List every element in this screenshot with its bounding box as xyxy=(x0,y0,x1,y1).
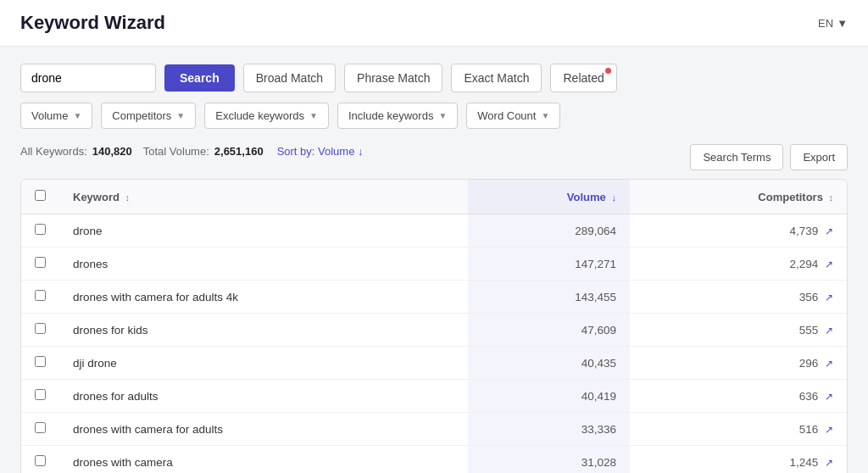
competitors-arrow-icon[interactable]: ↗ xyxy=(825,457,833,469)
table-row: drones with camera 31,028 1,245 ↗ xyxy=(21,446,847,474)
row-checkbox-cell xyxy=(21,413,59,446)
word-count-label: Word Count xyxy=(477,109,536,122)
row-competitors: 2,294 ↗ xyxy=(630,248,847,281)
row-competitors: 4,739 ↗ xyxy=(630,214,847,248)
header-checkbox-cell xyxy=(21,180,59,214)
exclude-keywords-filter[interactable]: Exclude keywords ▼ xyxy=(204,103,329,129)
row-checkbox-5[interactable] xyxy=(35,389,46,400)
related-dot-indicator xyxy=(605,68,611,74)
competitors-value: 555 xyxy=(799,324,819,337)
total-volume: 2,651,160 xyxy=(214,145,264,158)
app-header: Keyword Wizard EN ▼ xyxy=(0,0,868,47)
row-checkbox-cell xyxy=(21,314,59,347)
keyword-table: Keyword ↕ Volume ↓ Competitors ↕ xyxy=(21,180,847,473)
language-selector[interactable]: EN ▼ xyxy=(818,17,848,30)
row-checkbox-cell xyxy=(21,214,59,248)
lang-label: EN xyxy=(818,17,833,30)
search-input[interactable] xyxy=(20,64,156,92)
row-volume: 40,435 xyxy=(468,347,630,380)
row-keyword: drones for adults xyxy=(59,380,468,413)
row-checkbox-cell xyxy=(21,281,59,314)
volume-filter-label: Volume xyxy=(31,109,68,122)
volume-filter[interactable]: Volume ▼ xyxy=(20,103,92,129)
competitors-arrow-icon[interactable]: ↗ xyxy=(825,391,833,403)
word-count-chevron-icon: ▼ xyxy=(541,111,549,120)
all-keywords-label: All Keywords: xyxy=(20,145,87,158)
row-volume: 47,609 xyxy=(468,314,630,347)
word-count-filter[interactable]: Word Count ▼ xyxy=(466,103,560,129)
row-keyword: drones xyxy=(59,248,468,281)
row-checkbox-cell xyxy=(21,446,59,474)
row-checkbox-2[interactable] xyxy=(35,290,46,301)
header-volume[interactable]: Volume ↓ xyxy=(468,180,630,214)
include-keywords-label: Include keywords xyxy=(348,109,433,122)
competitors-arrow-icon[interactable]: ↗ xyxy=(825,358,833,370)
total-volume-prefix: Total Volume: xyxy=(137,145,209,158)
table-body: drone 289,064 4,739 ↗ drones 147,271 2,2… xyxy=(21,214,847,474)
row-checkbox-7[interactable] xyxy=(35,455,46,466)
row-keyword: drones with camera for adults xyxy=(59,413,468,446)
include-keywords-filter[interactable]: Include keywords ▼ xyxy=(337,103,458,129)
row-checkbox-3[interactable] xyxy=(35,323,46,334)
competitors-arrow-icon[interactable]: ↗ xyxy=(825,325,833,337)
row-competitors: 1,245 ↗ xyxy=(630,446,847,474)
sort-by-label[interactable]: Sort by: Volume ↓ xyxy=(277,145,364,158)
table-row: drones with camera for adults 33,336 516… xyxy=(21,413,847,446)
row-volume: 40,419 xyxy=(468,380,630,413)
row-checkbox-4[interactable] xyxy=(35,356,46,367)
table-row: drones with camera for adults 4k 143,455… xyxy=(21,281,847,314)
lang-chevron-icon: ▼ xyxy=(837,17,848,30)
row-checkbox-1[interactable] xyxy=(35,257,46,268)
keyword-table-container: Keyword ↕ Volume ↓ Competitors ↕ xyxy=(20,179,848,473)
table-row: drone 289,064 4,739 ↗ xyxy=(21,214,847,248)
competitors-arrow-icon[interactable]: ↗ xyxy=(825,259,833,270)
search-terms-button[interactable]: Search Terms xyxy=(690,144,783,170)
row-checkbox-cell xyxy=(21,380,59,413)
search-bar-row: Search Broad Match Phrase Match Exact Ma… xyxy=(20,64,848,92)
export-button[interactable]: Export xyxy=(790,144,848,170)
row-checkbox-0[interactable] xyxy=(35,224,46,235)
row-competitors: 555 ↗ xyxy=(630,314,847,347)
header-keyword[interactable]: Keyword ↕ xyxy=(59,180,468,214)
select-all-checkbox[interactable] xyxy=(35,190,46,201)
main-content: Search Broad Match Phrase Match Exact Ma… xyxy=(0,47,868,473)
competitors-arrow-icon[interactable]: ↗ xyxy=(825,292,833,303)
row-keyword: drones for kids xyxy=(59,314,468,347)
row-competitors: 636 ↗ xyxy=(630,380,847,413)
competitors-arrow-icon[interactable]: ↗ xyxy=(825,225,833,237)
app-title: Keyword Wizard xyxy=(20,12,165,34)
competitors-arrow-icon[interactable]: ↗ xyxy=(825,424,833,436)
broad-match-button[interactable]: Broad Match xyxy=(243,64,336,92)
competitors-value: 2,294 xyxy=(789,258,818,270)
include-chevron-icon: ▼ xyxy=(438,111,447,120)
row-checkbox-6[interactable] xyxy=(35,422,46,433)
volume-sort-icon: ↓ xyxy=(611,192,616,203)
competitors-value: 516 xyxy=(799,423,819,436)
header-competitors[interactable]: Competitors ↕ xyxy=(630,180,847,214)
competitors-value: 4,739 xyxy=(789,225,818,237)
keyword-sort-icon: ↕ xyxy=(125,192,131,203)
keyword-count: 140,820 xyxy=(92,145,132,158)
competitors-value: 1,245 xyxy=(789,456,818,469)
exact-match-button[interactable]: Exact Match xyxy=(451,64,542,92)
volume-chevron-icon: ▼ xyxy=(73,111,81,120)
competitors-filter[interactable]: Competitors ▼ xyxy=(101,103,196,129)
phrase-match-button[interactable]: Phrase Match xyxy=(344,64,442,92)
related-button[interactable]: Related xyxy=(550,64,616,92)
row-competitors: 296 ↗ xyxy=(630,347,847,380)
filter-row: Volume ▼ Competitors ▼ Exclude keywords … xyxy=(20,103,848,129)
row-keyword: drone xyxy=(59,214,468,248)
competitors-value: 356 xyxy=(799,291,819,303)
row-volume: 143,455 xyxy=(468,281,630,314)
row-volume: 31,028 xyxy=(468,446,630,474)
row-checkbox-cell xyxy=(21,248,59,281)
row-keyword: drones with camera xyxy=(59,446,468,474)
table-header-row: Keyword ↕ Volume ↓ Competitors ↕ xyxy=(21,180,847,214)
search-button[interactable]: Search xyxy=(164,64,235,92)
competitors-sort-icon: ↕ xyxy=(829,192,834,203)
exclude-keywords-label: Exclude keywords xyxy=(215,109,304,122)
table-row: drones for adults 40,419 636 ↗ xyxy=(21,380,847,413)
table-row: drones 147,271 2,294 ↗ xyxy=(21,248,847,281)
row-volume: 33,336 xyxy=(468,413,630,446)
row-checkbox-cell xyxy=(21,347,59,380)
